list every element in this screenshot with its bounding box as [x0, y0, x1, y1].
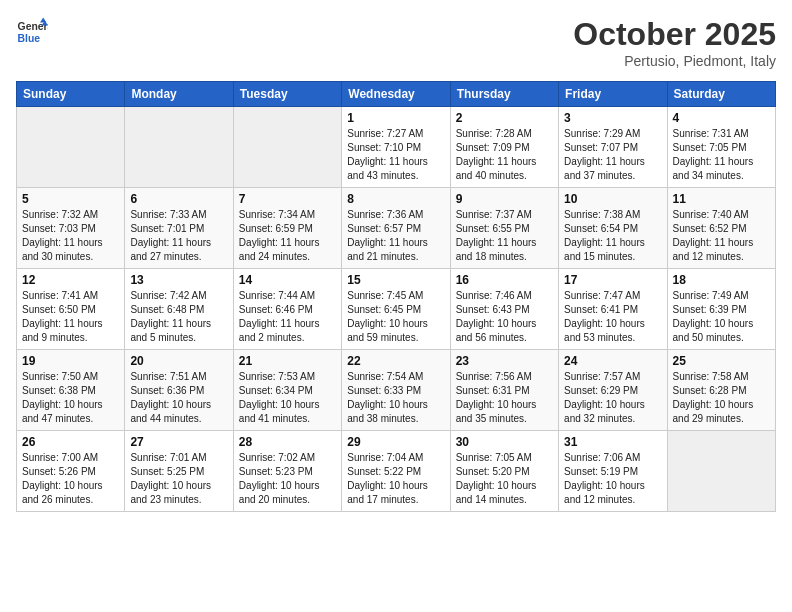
calendar-cell: 22Sunrise: 7:54 AM Sunset: 6:33 PM Dayli…: [342, 350, 450, 431]
day-number: 24: [564, 354, 661, 368]
calendar-cell: 24Sunrise: 7:57 AM Sunset: 6:29 PM Dayli…: [559, 350, 667, 431]
day-number: 5: [22, 192, 119, 206]
svg-text:Blue: Blue: [18, 33, 41, 44]
calendar-cell: [125, 107, 233, 188]
day-number: 2: [456, 111, 553, 125]
day-info: Sunrise: 7:31 AM Sunset: 7:05 PM Dayligh…: [673, 127, 770, 183]
header-sunday: Sunday: [17, 82, 125, 107]
month-title: October 2025: [573, 16, 776, 53]
calendar-table: SundayMondayTuesdayWednesdayThursdayFrid…: [16, 81, 776, 512]
calendar-cell: 25Sunrise: 7:58 AM Sunset: 6:28 PM Dayli…: [667, 350, 775, 431]
day-info: Sunrise: 7:40 AM Sunset: 6:52 PM Dayligh…: [673, 208, 770, 264]
day-info: Sunrise: 7:29 AM Sunset: 7:07 PM Dayligh…: [564, 127, 661, 183]
logo-icon: General Blue: [16, 16, 48, 48]
calendar-week-1: 1Sunrise: 7:27 AM Sunset: 7:10 PM Daylig…: [17, 107, 776, 188]
calendar-cell: 1Sunrise: 7:27 AM Sunset: 7:10 PM Daylig…: [342, 107, 450, 188]
day-number: 30: [456, 435, 553, 449]
day-number: 10: [564, 192, 661, 206]
header-thursday: Thursday: [450, 82, 558, 107]
day-number: 1: [347, 111, 444, 125]
day-info: Sunrise: 7:01 AM Sunset: 5:25 PM Dayligh…: [130, 451, 227, 507]
calendar-cell: 20Sunrise: 7:51 AM Sunset: 6:36 PM Dayli…: [125, 350, 233, 431]
day-number: 4: [673, 111, 770, 125]
day-info: Sunrise: 7:28 AM Sunset: 7:09 PM Dayligh…: [456, 127, 553, 183]
calendar-week-5: 26Sunrise: 7:00 AM Sunset: 5:26 PM Dayli…: [17, 431, 776, 512]
calendar-week-2: 5Sunrise: 7:32 AM Sunset: 7:03 PM Daylig…: [17, 188, 776, 269]
calendar-cell: 27Sunrise: 7:01 AM Sunset: 5:25 PM Dayli…: [125, 431, 233, 512]
header-monday: Monday: [125, 82, 233, 107]
day-number: 31: [564, 435, 661, 449]
calendar-header-row: SundayMondayTuesdayWednesdayThursdayFrid…: [17, 82, 776, 107]
day-info: Sunrise: 7:33 AM Sunset: 7:01 PM Dayligh…: [130, 208, 227, 264]
calendar-cell: 26Sunrise: 7:00 AM Sunset: 5:26 PM Dayli…: [17, 431, 125, 512]
day-info: Sunrise: 7:44 AM Sunset: 6:46 PM Dayligh…: [239, 289, 336, 345]
day-info: Sunrise: 7:53 AM Sunset: 6:34 PM Dayligh…: [239, 370, 336, 426]
svg-marker-2: [40, 18, 46, 23]
calendar-cell: 30Sunrise: 7:05 AM Sunset: 5:20 PM Dayli…: [450, 431, 558, 512]
day-info: Sunrise: 7:05 AM Sunset: 5:20 PM Dayligh…: [456, 451, 553, 507]
day-number: 7: [239, 192, 336, 206]
day-info: Sunrise: 7:38 AM Sunset: 6:54 PM Dayligh…: [564, 208, 661, 264]
calendar-cell: 29Sunrise: 7:04 AM Sunset: 5:22 PM Dayli…: [342, 431, 450, 512]
header-friday: Friday: [559, 82, 667, 107]
calendar-cell: 31Sunrise: 7:06 AM Sunset: 5:19 PM Dayli…: [559, 431, 667, 512]
day-number: 28: [239, 435, 336, 449]
day-info: Sunrise: 7:02 AM Sunset: 5:23 PM Dayligh…: [239, 451, 336, 507]
calendar-cell: 5Sunrise: 7:32 AM Sunset: 7:03 PM Daylig…: [17, 188, 125, 269]
day-info: Sunrise: 7:47 AM Sunset: 6:41 PM Dayligh…: [564, 289, 661, 345]
day-number: 14: [239, 273, 336, 287]
logo: General Blue: [16, 16, 48, 48]
calendar-cell: 14Sunrise: 7:44 AM Sunset: 6:46 PM Dayli…: [233, 269, 341, 350]
day-number: 19: [22, 354, 119, 368]
day-number: 8: [347, 192, 444, 206]
calendar-week-4: 19Sunrise: 7:50 AM Sunset: 6:38 PM Dayli…: [17, 350, 776, 431]
calendar-cell: 21Sunrise: 7:53 AM Sunset: 6:34 PM Dayli…: [233, 350, 341, 431]
title-block: October 2025 Pertusio, Piedmont, Italy: [573, 16, 776, 69]
header-saturday: Saturday: [667, 82, 775, 107]
day-info: Sunrise: 7:46 AM Sunset: 6:43 PM Dayligh…: [456, 289, 553, 345]
day-info: Sunrise: 7:57 AM Sunset: 6:29 PM Dayligh…: [564, 370, 661, 426]
day-number: 20: [130, 354, 227, 368]
calendar-cell: 16Sunrise: 7:46 AM Sunset: 6:43 PM Dayli…: [450, 269, 558, 350]
page-header: General Blue October 2025 Pertusio, Pied…: [16, 16, 776, 69]
day-info: Sunrise: 7:45 AM Sunset: 6:45 PM Dayligh…: [347, 289, 444, 345]
calendar-cell: 3Sunrise: 7:29 AM Sunset: 7:07 PM Daylig…: [559, 107, 667, 188]
calendar-cell: 12Sunrise: 7:41 AM Sunset: 6:50 PM Dayli…: [17, 269, 125, 350]
day-info: Sunrise: 7:51 AM Sunset: 6:36 PM Dayligh…: [130, 370, 227, 426]
day-number: 3: [564, 111, 661, 125]
day-number: 9: [456, 192, 553, 206]
day-number: 16: [456, 273, 553, 287]
calendar-cell: 15Sunrise: 7:45 AM Sunset: 6:45 PM Dayli…: [342, 269, 450, 350]
calendar-cell: [667, 431, 775, 512]
day-info: Sunrise: 7:00 AM Sunset: 5:26 PM Dayligh…: [22, 451, 119, 507]
day-number: 17: [564, 273, 661, 287]
calendar-cell: 9Sunrise: 7:37 AM Sunset: 6:55 PM Daylig…: [450, 188, 558, 269]
calendar-cell: 6Sunrise: 7:33 AM Sunset: 7:01 PM Daylig…: [125, 188, 233, 269]
calendar-cell: 28Sunrise: 7:02 AM Sunset: 5:23 PM Dayli…: [233, 431, 341, 512]
day-info: Sunrise: 7:32 AM Sunset: 7:03 PM Dayligh…: [22, 208, 119, 264]
day-info: Sunrise: 7:06 AM Sunset: 5:19 PM Dayligh…: [564, 451, 661, 507]
calendar-cell: 4Sunrise: 7:31 AM Sunset: 7:05 PM Daylig…: [667, 107, 775, 188]
day-number: 6: [130, 192, 227, 206]
day-number: 13: [130, 273, 227, 287]
day-number: 29: [347, 435, 444, 449]
day-info: Sunrise: 7:56 AM Sunset: 6:31 PM Dayligh…: [456, 370, 553, 426]
calendar-cell: 7Sunrise: 7:34 AM Sunset: 6:59 PM Daylig…: [233, 188, 341, 269]
calendar-cell: 10Sunrise: 7:38 AM Sunset: 6:54 PM Dayli…: [559, 188, 667, 269]
day-number: 27: [130, 435, 227, 449]
calendar-cell: [233, 107, 341, 188]
day-info: Sunrise: 7:36 AM Sunset: 6:57 PM Dayligh…: [347, 208, 444, 264]
day-info: Sunrise: 7:50 AM Sunset: 6:38 PM Dayligh…: [22, 370, 119, 426]
header-tuesday: Tuesday: [233, 82, 341, 107]
calendar-cell: 17Sunrise: 7:47 AM Sunset: 6:41 PM Dayli…: [559, 269, 667, 350]
calendar-cell: 8Sunrise: 7:36 AM Sunset: 6:57 PM Daylig…: [342, 188, 450, 269]
day-number: 15: [347, 273, 444, 287]
calendar-cell: 13Sunrise: 7:42 AM Sunset: 6:48 PM Dayli…: [125, 269, 233, 350]
day-info: Sunrise: 7:37 AM Sunset: 6:55 PM Dayligh…: [456, 208, 553, 264]
day-info: Sunrise: 7:49 AM Sunset: 6:39 PM Dayligh…: [673, 289, 770, 345]
day-number: 11: [673, 192, 770, 206]
day-info: Sunrise: 7:34 AM Sunset: 6:59 PM Dayligh…: [239, 208, 336, 264]
day-number: 25: [673, 354, 770, 368]
day-info: Sunrise: 7:04 AM Sunset: 5:22 PM Dayligh…: [347, 451, 444, 507]
day-info: Sunrise: 7:54 AM Sunset: 6:33 PM Dayligh…: [347, 370, 444, 426]
